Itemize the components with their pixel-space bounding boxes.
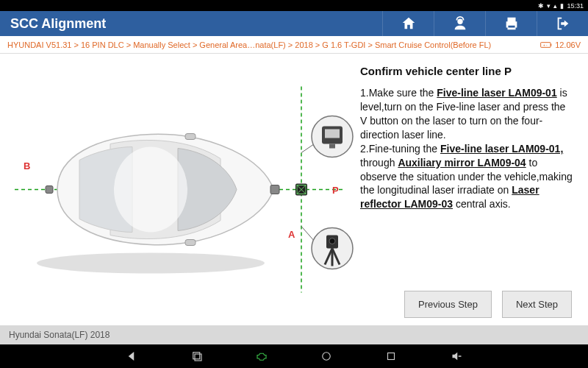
label-b: B xyxy=(24,160,30,171)
nav-home-button[interactable] xyxy=(320,350,333,363)
nav-voldown-button[interactable] xyxy=(449,350,462,363)
svg-point-0 xyxy=(457,19,462,24)
instruction-body: 1.Make sure the Five-line laser LAM09-01… xyxy=(360,86,575,283)
nav-overview-button[interactable] xyxy=(384,350,398,363)
breadcrumb-bar: HYUNDAI V51.31 > 16 PIN DLC > Manually S… xyxy=(0,36,588,54)
app-title-bar: SCC Alignment xyxy=(0,11,588,36)
next-step-button[interactable]: Next Step xyxy=(502,291,572,318)
previous-step-button[interactable]: Previous Step xyxy=(404,291,492,318)
label-a: A xyxy=(288,229,295,240)
car-top-view xyxy=(37,134,273,274)
clock: 15:31 xyxy=(567,2,584,10)
center-target xyxy=(295,184,307,196)
nav-diag-button[interactable] xyxy=(255,350,268,363)
svg-point-22 xyxy=(329,238,335,244)
front-sensor xyxy=(270,185,279,194)
vehicle-info-bar: Hyundai Sonata(LF) 2018 xyxy=(0,325,588,344)
svg-rect-19 xyxy=(329,144,335,149)
svg-rect-29 xyxy=(388,353,395,360)
rear-reflector xyxy=(46,186,53,194)
battery-voltage: + - 12.06V xyxy=(540,40,581,49)
svg-rect-26 xyxy=(193,353,200,359)
print-button[interactable] xyxy=(485,11,537,36)
svg-point-6 xyxy=(37,253,265,274)
car-diagram-svg: B P A xyxy=(0,54,357,325)
svg-rect-8 xyxy=(185,134,196,140)
android-nav-bar xyxy=(0,344,588,368)
bluetooth-icon: ✱ xyxy=(538,2,544,10)
breadcrumb: HYUNDAI V51.31 > 16 PIN DLC > Manually S… xyxy=(7,40,534,49)
svg-rect-2 xyxy=(551,43,551,46)
exit-button[interactable] xyxy=(537,11,588,36)
nav-back-button[interactable] xyxy=(126,350,139,363)
exit-icon xyxy=(555,15,571,32)
label-p: P xyxy=(332,185,339,196)
home-icon xyxy=(401,15,417,32)
page-title: SCC Alignment xyxy=(0,16,382,32)
callout-mirror xyxy=(312,116,353,158)
battery-icon: ▮ xyxy=(560,2,564,10)
signal-icon: ▴ xyxy=(553,2,557,10)
step-buttons: Previous Step Next Step xyxy=(360,283,575,318)
instruction-panel: Confirm vehicle center line P 1.Make sur… xyxy=(357,54,588,325)
wifi-icon: ▾ xyxy=(547,2,551,10)
alignment-diagram: B P A xyxy=(0,54,357,325)
svg-point-28 xyxy=(323,353,331,361)
main-content: B P A xyxy=(0,54,588,325)
svg-rect-9 xyxy=(185,240,196,246)
support-button[interactable] xyxy=(434,11,485,36)
battery-icon: + - xyxy=(540,41,552,49)
support-icon xyxy=(452,15,468,32)
nav-recent-button[interactable] xyxy=(190,350,204,363)
android-status-bar: ✱ ▾ ▴ ▮ 15:31 xyxy=(0,0,588,11)
svg-point-7 xyxy=(114,147,187,233)
callout-laser xyxy=(312,228,353,269)
home-button[interactable] xyxy=(382,11,434,36)
svg-rect-27 xyxy=(195,354,201,361)
svg-rect-18 xyxy=(325,130,340,138)
print-icon xyxy=(503,15,520,32)
svg-text:+  -: + - xyxy=(543,43,548,47)
instruction-title: Confirm vehicle center line P xyxy=(360,64,575,79)
